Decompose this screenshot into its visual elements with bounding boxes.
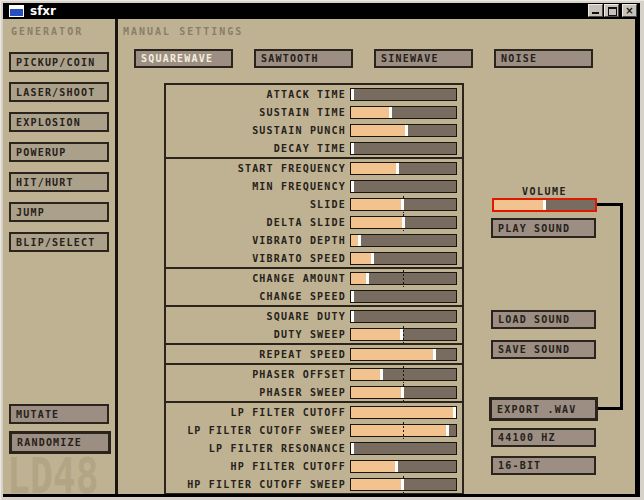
lp-filter-cutoff-slider[interactable]: [350, 406, 457, 419]
slider-handle[interactable]: [405, 125, 408, 136]
save-sound-button[interactable]: SAVE SOUND: [491, 340, 596, 359]
slide-slider[interactable]: [350, 198, 457, 211]
slider-handle[interactable]: [433, 349, 436, 360]
slider-row-start-frequency: START FREQUENCY: [166, 159, 462, 177]
slider-handle[interactable]: [395, 461, 398, 472]
slider-handle[interactable]: [358, 235, 361, 246]
min-frequency-slider[interactable]: [350, 180, 457, 193]
slider-handle[interactable]: [453, 407, 456, 418]
lp-filter-cutoff-sweep-slider[interactable]: [350, 424, 457, 437]
sfxr-window: sfxr × GENERATOR PICKUP/COINLASER/SHOOTE…: [0, 0, 644, 500]
duty-sweep-slider[interactable]: [350, 328, 457, 341]
close-button[interactable]: ×: [622, 4, 637, 17]
slider-fill: [351, 253, 372, 264]
slider-fill: [351, 329, 401, 340]
slider-handle[interactable]: [371, 253, 374, 264]
change-speed-slider[interactable]: [350, 290, 457, 303]
manual-settings-header: MANUAL SETTINGS: [123, 26, 243, 37]
slider-handle[interactable]: [396, 163, 399, 174]
slider-handle[interactable]: [351, 443, 354, 454]
slider-group-duty: SQUARE DUTYDUTY SWEEP: [164, 305, 464, 345]
slider-handle[interactable]: [543, 200, 546, 210]
generator-button-laser-shoot[interactable]: LASER/SHOOT: [9, 82, 109, 102]
phaser-offset-slider[interactable]: [350, 368, 457, 381]
slider-handle[interactable]: [351, 291, 354, 302]
wave-button-noise[interactable]: NOISE: [494, 49, 593, 68]
slider-handle[interactable]: [401, 199, 404, 210]
slider-row-lp-filter-resonance: LP FILTER RESONANCE: [166, 439, 462, 457]
slider-label: PHASER SWEEP: [166, 387, 350, 398]
square-duty-slider[interactable]: [350, 310, 457, 323]
load-sound-button[interactable]: LOAD SOUND: [491, 310, 596, 329]
slider-label: DECAY TIME: [166, 143, 350, 154]
center-tick: [403, 326, 404, 343]
sustain-punch-slider[interactable]: [350, 124, 457, 137]
slider-handle[interactable]: [401, 479, 404, 490]
start-frequency-slider[interactable]: [350, 162, 457, 175]
slider-label: MIN FREQUENCY: [166, 181, 350, 192]
slider-handle[interactable]: [400, 329, 403, 340]
generator-button-explosion[interactable]: EXPLOSION: [9, 112, 109, 132]
generator-button-jump[interactable]: JUMP: [9, 202, 109, 222]
slider-fill: [351, 461, 396, 472]
slider-label: LP FILTER RESONANCE: [166, 443, 350, 454]
slider-fill: [351, 369, 380, 380]
volume-slider[interactable]: [492, 198, 597, 212]
slider-handle[interactable]: [380, 369, 383, 380]
generator-button-blip-select[interactable]: BLIP/SELECT: [9, 232, 109, 252]
slider-fill: [351, 407, 456, 418]
slider-group-frequency: START FREQUENCYMIN FREQUENCYSLIDEDELTA S…: [164, 157, 464, 269]
generator-button-pickup-coin[interactable]: PICKUP/COIN: [9, 52, 109, 72]
titlebar[interactable]: sfxr ×: [3, 3, 640, 19]
vibrato-depth-slider[interactable]: [350, 234, 457, 247]
slider-label: DUTY SWEEP: [166, 329, 350, 340]
slider-handle[interactable]: [351, 143, 354, 154]
slider-label: ATTACK TIME: [166, 89, 350, 100]
vibrato-speed-slider[interactable]: [350, 252, 457, 265]
slider-fill: [351, 349, 435, 360]
generator-button-powerup[interactable]: POWERUP: [9, 142, 109, 162]
slider-label: LP FILTER CUTOFF: [166, 407, 350, 418]
slider-handle[interactable]: [402, 217, 405, 228]
wave-button-squarewave[interactable]: SQUAREWAVE: [134, 49, 233, 68]
ld48-watermark: LD48: [7, 451, 99, 494]
slider-row-sustain-punch: SUSTAIN PUNCH: [166, 121, 462, 139]
slider-label: HP FILTER CUTOFF: [166, 461, 350, 472]
slider-handle[interactable]: [351, 311, 354, 322]
minimize-button[interactable]: [588, 4, 603, 17]
client-area: GENERATOR PICKUP/COINLASER/SHOOTEXPLOSIO…: [3, 19, 635, 494]
slider-group-change: CHANGE AMOUNTCHANGE SPEED: [164, 267, 464, 307]
slider-handle[interactable]: [351, 181, 354, 192]
play-sound-button[interactable]: PLAY SOUND: [491, 218, 596, 238]
bit-depth-button[interactable]: 16-BIT: [491, 456, 596, 475]
generator-button-hit-hurt[interactable]: HIT/HURT: [9, 172, 109, 192]
lp-filter-resonance-slider[interactable]: [350, 442, 457, 455]
attack-time-slider[interactable]: [350, 88, 457, 101]
app-icon: [9, 5, 24, 17]
hp-filter-cutoff-slider[interactable]: [350, 460, 457, 473]
slider-handle[interactable]: [351, 89, 354, 100]
repeat-speed-slider[interactable]: [350, 348, 457, 361]
export-wav-button[interactable]: EXPORT .WAV: [489, 397, 598, 421]
slider-row-slide: SLIDE: [166, 195, 462, 213]
decay-time-slider[interactable]: [350, 142, 457, 155]
slider-label: SUSTAIN PUNCH: [166, 125, 350, 136]
slider-handle[interactable]: [366, 273, 369, 284]
phaser-sweep-slider[interactable]: [350, 386, 457, 399]
hp-filter-cutoff-sweep-slider[interactable]: [350, 478, 457, 491]
slider-label: SQUARE DUTY: [166, 311, 350, 322]
wave-button-sawtooth[interactable]: SAWTOOTH: [254, 49, 353, 68]
sample-rate-button[interactable]: 44100 HZ: [491, 428, 596, 447]
slider-handle[interactable]: [389, 107, 392, 118]
slider-handle[interactable]: [401, 387, 404, 398]
slider-row-attack-time: ATTACK TIME: [166, 85, 462, 103]
change-amount-slider[interactable]: [350, 272, 457, 285]
sustain-time-slider[interactable]: [350, 106, 457, 119]
slider-row-decay-time: DECAY TIME: [166, 139, 462, 157]
delta-slide-slider[interactable]: [350, 216, 457, 229]
mutate-button[interactable]: MUTATE: [9, 404, 109, 424]
slider-handle[interactable]: [446, 425, 449, 436]
wave-button-sinewave[interactable]: SINEWAVE: [374, 49, 473, 68]
maximize-button[interactable]: [604, 4, 619, 17]
generator-button-list: PICKUP/COINLASER/SHOOTEXPLOSIONPOWERUPHI…: [9, 52, 109, 262]
